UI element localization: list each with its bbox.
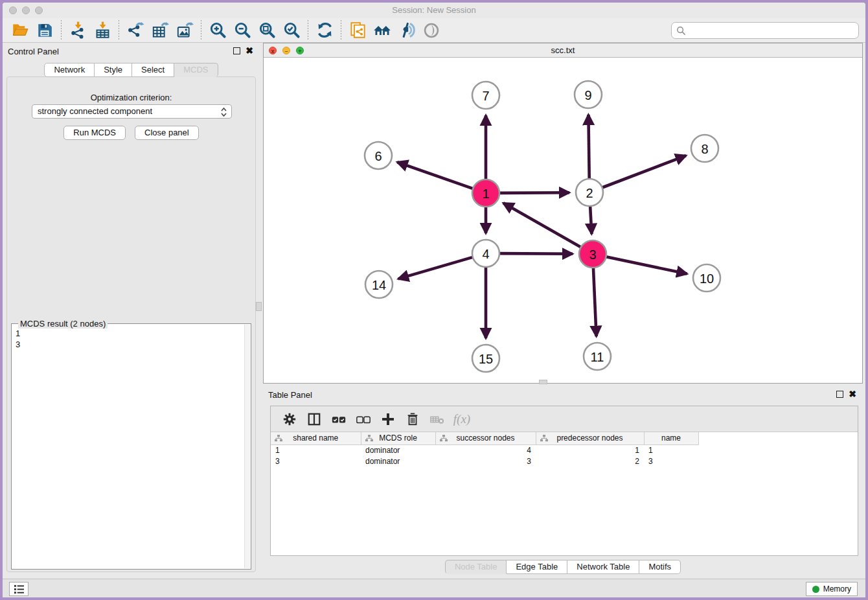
split-columns-button[interactable] <box>303 409 325 430</box>
tab-select[interactable]: Select <box>132 63 174 77</box>
graph-edge-3-11[interactable] <box>593 268 597 336</box>
graph-node-9[interactable]: 9 <box>575 81 602 108</box>
function-builder-button[interactable]: f(x) <box>451 409 473 430</box>
column-header-MCDS-role[interactable]: MCDS role <box>361 432 435 444</box>
zoom-out-button[interactable] <box>230 20 255 41</box>
delete-table-button[interactable] <box>426 409 448 430</box>
graph-node-1[interactable]: 1 <box>472 179 499 207</box>
close-window-icon[interactable] <box>9 6 17 14</box>
graph-edge-2-8[interactable] <box>602 156 686 187</box>
title-bar: Session: New Session <box>3 3 865 18</box>
column-header-name[interactable]: name <box>644 432 698 444</box>
search-input[interactable] <box>686 24 858 37</box>
network-zoom-icon[interactable]: + <box>296 47 304 54</box>
open-session-button[interactable] <box>8 20 32 41</box>
search-field[interactable] <box>671 22 859 39</box>
column-header-shared-name[interactable]: shared name <box>271 432 361 444</box>
table-cell[interactable]: dominator <box>361 444 435 456</box>
graph-edge-4-14[interactable] <box>398 257 473 279</box>
graph-node-15[interactable]: 15 <box>472 345 499 372</box>
create-column-button[interactable] <box>377 409 399 430</box>
graph-node-3[interactable]: 3 <box>579 240 606 268</box>
tab-mcds[interactable]: MCDS <box>174 63 218 77</box>
graph-edge-3-10[interactable] <box>606 257 687 273</box>
table-cell[interactable]: 1 <box>536 444 644 456</box>
graph-node-11[interactable]: 11 <box>584 343 611 370</box>
table-cell[interactable]: 3 <box>435 456 536 467</box>
zoom-in-button[interactable] <box>205 20 230 41</box>
save-session-button[interactable] <box>32 20 57 41</box>
float-panel-icon[interactable] <box>233 47 240 54</box>
graph-node-14[interactable]: 14 <box>365 271 393 298</box>
table-cell[interactable]: 1 <box>644 444 698 456</box>
close-panel-icon[interactable]: ✖ <box>246 46 253 55</box>
node-table-container: f(x) shared nameMCDS rolesuccessor nodes… <box>270 406 858 556</box>
network-canvas[interactable]: 1234678910111415 <box>264 58 862 383</box>
float-table-panel-icon[interactable] <box>836 391 843 398</box>
optimization-criterion-dropdown[interactable]: strongly connected component <box>32 104 232 119</box>
graph-edge-2-3[interactable] <box>590 206 591 234</box>
graph-node-7[interactable]: 7 <box>472 82 499 109</box>
memory-status-icon <box>812 586 819 593</box>
optimization-criterion-label: Optimization criterion: <box>7 93 255 102</box>
minimize-window-icon[interactable] <box>22 6 30 14</box>
run-mcds-button[interactable]: Run MCDS <box>63 126 126 140</box>
horizontal-splitter-grip[interactable] <box>539 380 547 384</box>
zoom-fit-button[interactable] <box>255 20 279 41</box>
graph-edge-1-6[interactable] <box>397 162 473 189</box>
graph-edge-2-9[interactable] <box>588 115 589 179</box>
task-history-button[interactable] <box>9 582 29 596</box>
refresh-layout-button[interactable] <box>312 20 337 41</box>
hide-graphics-details-button[interactable] <box>419 20 444 41</box>
memory-button[interactable]: Memory <box>806 582 858 596</box>
network-minimize-icon[interactable]: – <box>282 47 290 54</box>
select-all-columns-button[interactable] <box>328 409 350 430</box>
export-table-button[interactable] <box>148 20 172 41</box>
tab-edge-table[interactable]: Edge Table <box>507 560 567 574</box>
graph-node-6[interactable]: 6 <box>365 142 392 169</box>
graph-node-2[interactable]: 2 <box>576 179 603 206</box>
table-row[interactable]: 1dominator411 <box>271 444 698 456</box>
zoom-out-icon <box>234 21 251 39</box>
vertical-splitter-grip[interactable] <box>256 302 262 311</box>
graph-node-10[interactable]: 10 <box>693 264 720 292</box>
zoom-window-icon[interactable] <box>35 6 43 14</box>
close-table-panel-icon[interactable]: ✖ <box>849 389 856 398</box>
tab-network-table[interactable]: Network Table <box>567 560 639 574</box>
show-graphics-details-button[interactable] <box>394 20 419 41</box>
result-scrollbar[interactable] <box>244 325 250 568</box>
tab-motifs[interactable]: Motifs <box>639 560 681 574</box>
table-settings-button[interactable] <box>279 409 301 430</box>
deselect-all-columns-button[interactable] <box>352 409 374 430</box>
import-table-button[interactable] <box>90 20 115 41</box>
zoom-selected-button[interactable] <box>279 20 304 41</box>
export-image-button[interactable] <box>172 20 197 41</box>
clone-network-button[interactable] <box>345 20 370 41</box>
table-cell[interactable]: 3 <box>644 456 698 467</box>
mcds-result-text[interactable]: 13 <box>16 328 243 568</box>
graph-edge-4-3[interactable] <box>499 253 573 254</box>
table-cell[interactable]: 1 <box>271 444 361 456</box>
import-network-button[interactable] <box>65 20 90 41</box>
graph-edge-3-1[interactable] <box>503 203 581 247</box>
table-row[interactable]: 3dominator323 <box>271 456 698 467</box>
toolbar-separator <box>201 20 201 41</box>
tab-node-table[interactable]: Node Table <box>445 560 507 574</box>
table-cell[interactable]: 3 <box>271 456 361 467</box>
graph-node-4[interactable]: 4 <box>472 240 499 267</box>
column-header-successor-nodes[interactable]: successor nodes <box>435 432 536 444</box>
delete-column-button[interactable] <box>402 409 424 430</box>
export-network-button[interactable] <box>123 20 148 41</box>
tab-style[interactable]: Style <box>95 63 132 77</box>
network-window-titlebar[interactable]: x – + scc.txt <box>264 43 862 58</box>
table-cell[interactable]: 4 <box>435 444 536 456</box>
tab-network[interactable]: Network <box>44 63 95 77</box>
table-cell[interactable]: 2 <box>536 456 644 467</box>
table-cell[interactable]: dominator <box>361 456 435 467</box>
column-header-predecessor-nodes[interactable]: predecessor nodes <box>536 432 644 444</box>
network-close-icon[interactable]: x <box>269 47 277 54</box>
graph-node-8[interactable]: 8 <box>691 135 718 162</box>
close-panel-button[interactable]: Close panel <box>135 126 199 140</box>
graph-edge-1-2[interactable] <box>499 192 569 193</box>
first-neighbors-button[interactable] <box>370 20 394 41</box>
